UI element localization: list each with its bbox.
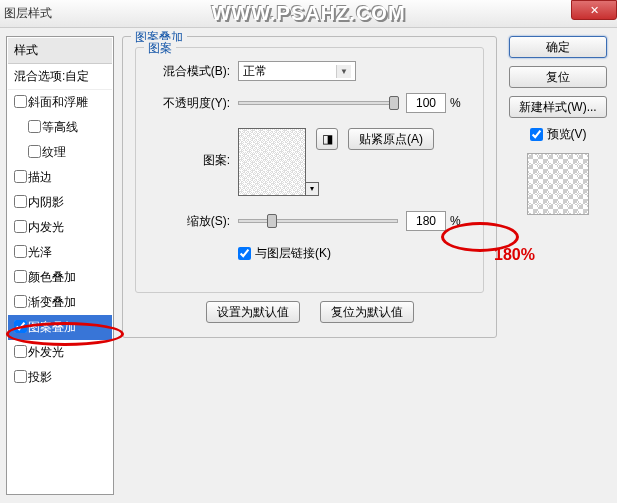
style-label-0: 斜面和浮雕: [28, 95, 88, 109]
opacity-input[interactable]: 100: [406, 93, 446, 113]
ok-button[interactable]: 确定: [509, 36, 607, 58]
scale-slider[interactable]: [238, 219, 398, 223]
style-label-2: 纹理: [42, 145, 66, 159]
style-item-6[interactable]: 光泽: [8, 240, 112, 265]
right-panel: 确定 复位 新建样式(W)... 预览(V): [505, 36, 611, 495]
style-checkbox-4[interactable]: [14, 195, 27, 208]
style-label-7: 颜色叠加: [28, 270, 76, 284]
center-panel: 图案叠加 图案 混合模式(B): 正常 不透明度(Y): 100 % 图案: ▾: [114, 36, 505, 495]
style-checkbox-8[interactable]: [14, 295, 27, 308]
style-label-6: 光泽: [28, 245, 52, 259]
opacity-label: 不透明度(Y):: [150, 95, 230, 112]
style-checkbox-5[interactable]: [14, 220, 27, 233]
style-label-1: 等高线: [42, 120, 78, 134]
link-layer-checkbox[interactable]: [238, 247, 251, 260]
style-item-3[interactable]: 描边: [8, 165, 112, 190]
pattern-dropdown-icon[interactable]: ▾: [305, 182, 319, 196]
blend-mode-label: 混合模式(B):: [150, 63, 230, 80]
style-checkbox-7[interactable]: [14, 270, 27, 283]
reset-default-button[interactable]: 复位为默认值: [320, 301, 414, 323]
main-area: 样式 混合选项:自定 斜面和浮雕等高线纹理描边内阴影内发光光泽颜色叠加渐变叠加图…: [0, 28, 617, 503]
preview-label: 预览(V): [547, 126, 587, 143]
style-item-1[interactable]: 等高线: [8, 115, 112, 140]
blend-mode-select[interactable]: 正常: [238, 61, 356, 81]
style-checkbox-11[interactable]: [14, 370, 27, 383]
style-label-4: 内阴影: [28, 195, 64, 209]
style-label-11: 投影: [28, 370, 52, 384]
style-checkbox-9[interactable]: [14, 320, 27, 333]
titlebar: 图层样式 WWW.PSAHZ.COM ✕: [0, 0, 617, 28]
pattern-preview[interactable]: ▾: [238, 128, 306, 196]
styles-header[interactable]: 样式: [8, 38, 112, 64]
opacity-slider[interactable]: [238, 101, 398, 105]
style-checkbox-0[interactable]: [14, 95, 27, 108]
style-label-9: 图案叠加: [28, 320, 76, 334]
style-item-9[interactable]: 图案叠加: [8, 315, 112, 340]
scale-label: 缩放(S):: [150, 213, 230, 230]
style-label-3: 描边: [28, 170, 52, 184]
scale-input[interactable]: 180: [406, 211, 446, 231]
style-item-2[interactable]: 纹理: [8, 140, 112, 165]
preview-checkbox[interactable]: [530, 128, 543, 141]
style-item-4[interactable]: 内阴影: [8, 190, 112, 215]
new-style-button[interactable]: 新建样式(W)...: [509, 96, 607, 118]
watermark-text: WWW.PSAHZ.COM: [211, 2, 405, 25]
pct-label: %: [450, 96, 461, 110]
window-title: 图层样式: [4, 5, 52, 22]
style-label-8: 渐变叠加: [28, 295, 76, 309]
pattern-overlay-group: 图案叠加 图案 混合模式(B): 正常 不透明度(Y): 100 % 图案: ▾: [122, 36, 497, 338]
pattern-inner-group: 图案 混合模式(B): 正常 不透明度(Y): 100 % 图案: ▾ ◨: [135, 47, 484, 293]
style-label-10: 外发光: [28, 345, 64, 359]
style-checkbox-6[interactable]: [14, 245, 27, 258]
style-item-5[interactable]: 内发光: [8, 215, 112, 240]
style-item-11[interactable]: 投影: [8, 365, 112, 390]
blend-options-row[interactable]: 混合选项:自定: [8, 64, 112, 90]
style-checkbox-2[interactable]: [28, 145, 41, 158]
style-item-0[interactable]: 斜面和浮雕: [8, 90, 112, 115]
link-layer-label: 与图层链接(K): [255, 245, 331, 262]
style-item-8[interactable]: 渐变叠加: [8, 290, 112, 315]
snap-origin-button[interactable]: 贴紧原点(A): [348, 128, 434, 150]
style-item-7[interactable]: 颜色叠加: [8, 265, 112, 290]
style-checkbox-10[interactable]: [14, 345, 27, 358]
style-checkbox-1[interactable]: [28, 120, 41, 133]
annotation-text: 180%: [494, 246, 535, 264]
close-button[interactable]: ✕: [571, 0, 617, 20]
style-checkbox-3[interactable]: [14, 170, 27, 183]
inner-title: 图案: [144, 40, 176, 57]
set-default-button[interactable]: 设置为默认值: [206, 301, 300, 323]
style-label-5: 内发光: [28, 220, 64, 234]
cancel-button[interactable]: 复位: [509, 66, 607, 88]
new-pattern-icon[interactable]: ◨: [316, 128, 338, 150]
preview-swatch: [527, 153, 589, 215]
pattern-label: 图案:: [150, 152, 230, 169]
style-item-10[interactable]: 外发光: [8, 340, 112, 365]
styles-list-panel: 样式 混合选项:自定 斜面和浮雕等高线纹理描边内阴影内发光光泽颜色叠加渐变叠加图…: [6, 36, 114, 495]
pct-label-2: %: [450, 214, 461, 228]
